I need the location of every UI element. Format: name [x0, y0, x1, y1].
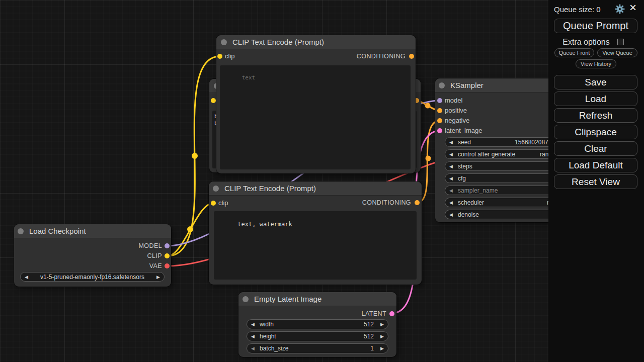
- node-header[interactable]: Empty Latent Image: [238, 292, 396, 306]
- link-dot[interactable]: [192, 153, 198, 159]
- node-header[interactable]: CLIP Text Encode (Prompt): [209, 182, 422, 196]
- reset-view-label: Reset View: [572, 176, 620, 188]
- load-default-button[interactable]: Load Default: [554, 158, 637, 172]
- link-dot[interactable]: [426, 156, 431, 161]
- seed-label: seed: [458, 139, 471, 146]
- link-dot[interactable]: [425, 103, 431, 109]
- next-value-arrow-icon[interactable]: ▶: [156, 275, 160, 279]
- queue-front-button[interactable]: Queue Front: [554, 48, 594, 57]
- save-button[interactable]: Save: [554, 75, 637, 89]
- collapse-dot-icon[interactable]: [243, 296, 249, 302]
- cfg-label: cfg: [458, 175, 466, 182]
- positive-input-port[interactable]: [437, 108, 442, 113]
- load-button[interactable]: Load: [554, 92, 637, 106]
- clip-input-label: clip: [218, 200, 228, 207]
- node-title: Empty Latent Image: [254, 295, 321, 303]
- node-title: CLIP Text Encode (Prompt): [224, 184, 316, 193]
- view-history-button[interactable]: View History: [576, 59, 616, 68]
- node-clip-text-encode-top[interactable]: CLIP Text Encode (Prompt) clip CONDITION…: [216, 35, 416, 173]
- node-header[interactable]: CLIP Text Encode (Prompt): [216, 35, 416, 49]
- node-title: CLIP Text Encode (Prompt): [232, 38, 324, 46]
- clip-input-port[interactable]: [217, 54, 222, 59]
- prev-value-arrow-icon[interactable]: ◀: [449, 188, 453, 193]
- conditioning-output-port[interactable]: [415, 200, 420, 205]
- denoise-label: denoise: [458, 211, 479, 218]
- model-output-label: MODEL: [139, 242, 162, 249]
- decrease-arrow-icon[interactable]: ◀: [251, 334, 255, 339]
- decrease-arrow-icon[interactable]: ◀: [449, 176, 453, 180]
- clip-output-port[interactable]: [165, 253, 170, 258]
- decrease-arrow-icon[interactable]: ◀: [251, 346, 255, 351]
- model-output-port[interactable]: [165, 243, 170, 248]
- settings-gear-icon[interactable]: [615, 4, 625, 14]
- model-input-port[interactable]: [437, 98, 442, 103]
- batch-size-value: 1: [370, 345, 374, 352]
- prev-value-arrow-icon[interactable]: ◀: [449, 152, 453, 156]
- vae-output-port[interactable]: [165, 263, 170, 268]
- width-widget[interactable]: ◀ width 512 ▶: [247, 319, 388, 329]
- prompt-textarea[interactable]: text, watermark: [214, 211, 417, 280]
- prompt-textarea[interactable]: text: [220, 65, 411, 169]
- refresh-button[interactable]: Refresh: [554, 108, 637, 123]
- increase-arrow-icon[interactable]: ▶: [380, 322, 384, 327]
- node-load-checkpoint[interactable]: Load Checkpoint MODEL CLIP VAE ◀ v1-5-pr…: [14, 224, 171, 287]
- decrease-arrow-icon[interactable]: ◀: [251, 322, 255, 327]
- decrease-arrow-icon[interactable]: ◀: [449, 212, 453, 217]
- refresh-label: Refresh: [579, 110, 613, 121]
- negative-prompt-text: text, watermark: [237, 221, 292, 228]
- clip-output-label: CLIP: [147, 252, 162, 259]
- clip-input-port[interactable]: [211, 201, 216, 206]
- prev-value-arrow-icon[interactable]: ◀: [449, 200, 453, 205]
- decrease-arrow-icon[interactable]: ◀: [449, 164, 453, 168]
- collapse-dot-icon[interactable]: [221, 39, 227, 45]
- collapse-dot-icon[interactable]: [439, 82, 445, 88]
- collapse-dot-icon[interactable]: [213, 186, 219, 192]
- collapse-dot-icon[interactable]: [18, 228, 24, 234]
- conditioning-output-port[interactable]: [409, 54, 414, 59]
- node-title: Load Checkpoint: [29, 227, 86, 235]
- extra-options-label: Extra options: [548, 38, 624, 47]
- latent-output-port[interactable]: [389, 311, 394, 316]
- control-after-generate-label: control after generate: [458, 151, 515, 158]
- textarea-placeholder: text: [242, 74, 256, 81]
- latent-image-input-port[interactable]: [437, 128, 442, 133]
- comfy-menu-panel: Queue size: 0: [548, 0, 644, 362]
- ckpt-name-widget[interactable]: ◀ v1-5-pruned-emaonly-fp16.safetensors ▶: [20, 272, 165, 282]
- batch-size-widget[interactable]: ◀ batch_size 1 ▶: [247, 343, 388, 353]
- latent-output-label: LATENT: [362, 310, 386, 317]
- increase-arrow-icon[interactable]: ▶: [380, 334, 384, 339]
- close-menu-icon[interactable]: ×: [629, 1, 636, 15]
- clear-label: Clear: [584, 143, 607, 154]
- height-label: height: [260, 333, 276, 340]
- height-value: 512: [364, 333, 374, 340]
- node-title: KSampler: [450, 81, 484, 89]
- decrease-arrow-icon[interactable]: ◀: [449, 140, 453, 144]
- height-widget[interactable]: ◀ height 512 ▶: [247, 331, 388, 341]
- node-clip-text-encode-negative[interactable]: CLIP Text Encode (Prompt) clip CONDITION…: [209, 182, 422, 285]
- negative-input-port[interactable]: [437, 118, 442, 123]
- comfyui-canvas[interactable]: be bo CLIP Text Encode (Prompt) clip CON…: [0, 0, 644, 362]
- scheduler-label: scheduler: [458, 199, 484, 206]
- node-header[interactable]: Load Checkpoint: [14, 224, 171, 238]
- width-label: width: [260, 321, 274, 328]
- reset-view-button[interactable]: Reset View: [554, 174, 637, 189]
- node-empty-latent-image[interactable]: Empty Latent Image LATENT ◀ width 512 ▶ …: [238, 292, 396, 357]
- clear-button[interactable]: Clear: [554, 141, 637, 156]
- conditioning-output-label: CONDITIONING: [357, 53, 406, 60]
- load-label: Load: [585, 94, 606, 105]
- positive-input-label: positive: [445, 107, 467, 114]
- extra-options-checkbox[interactable]: [617, 39, 624, 45]
- view-queue-button[interactable]: View Queue: [597, 48, 637, 57]
- save-label: Save: [585, 77, 606, 88]
- increase-arrow-icon[interactable]: ▶: [380, 346, 384, 351]
- clipspace-label: Clipspace: [575, 127, 616, 138]
- conditioning-output-label: CONDITIONING: [362, 199, 411, 206]
- queue-prompt-button[interactable]: Queue Prompt: [554, 19, 637, 33]
- width-value: 512: [364, 321, 374, 328]
- seed-value: 1566802087: [515, 139, 548, 146]
- link-dot[interactable]: [187, 226, 193, 232]
- steps-label: steps: [458, 163, 472, 170]
- clip-input-port[interactable]: [211, 98, 216, 103]
- clipspace-button[interactable]: Clipspace: [554, 125, 637, 139]
- vae-output-label: VAE: [149, 262, 162, 269]
